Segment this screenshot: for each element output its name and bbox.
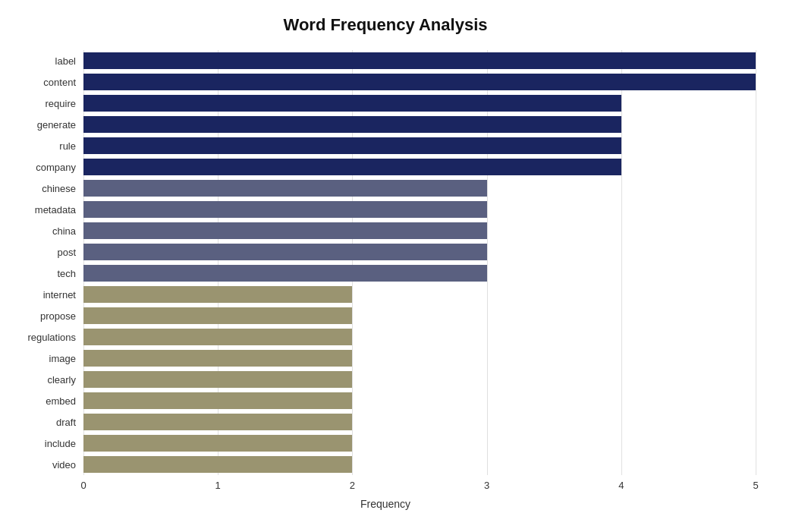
x-tick-label: 4 [618,480,624,491]
bar-row [83,391,756,411]
bar [83,244,487,260]
y-label: generate [15,114,76,135]
bar-row [83,327,756,347]
y-label: require [15,93,76,114]
y-label: internet [15,284,76,305]
bar [83,201,487,218]
y-label: tech [15,263,76,284]
bar-row [83,93,756,113]
x-tick-label: 0 [80,480,86,491]
y-label: china [15,220,76,241]
bar [83,307,352,324]
bar [83,137,621,154]
bar [83,286,352,303]
chart-title: Word Frequency Analysis [15,15,756,35]
chart-area: labelcontentrequiregeneraterulecompanych… [15,50,756,461]
bars-and-grid [83,50,756,475]
y-label: clearly [15,369,76,390]
bar-row [83,433,756,453]
bar [83,329,352,345]
y-label: label [15,50,76,71]
bar-row [83,242,756,262]
y-label: include [15,433,76,454]
bar-row [83,285,756,304]
y-label: regulations [15,326,76,348]
y-labels: labelcontentrequiregeneraterulecompanych… [15,50,83,475]
y-label: draft [15,411,76,433]
bar [83,222,487,239]
bar-row [83,157,756,177]
y-label: image [15,348,76,369]
y-label: embed [15,390,76,411]
bar-row [83,200,756,219]
x-tick-label: 3 [484,480,489,491]
x-axis-title: Frequency [15,498,756,510]
bar [83,95,621,112]
grid-line [756,50,756,475]
bars-section: labelcontentrequiregeneraterulecompanych… [15,50,756,475]
bar [83,180,487,197]
bars-list [83,50,756,475]
bar [83,371,352,388]
bar-row [83,455,756,474]
bar-row [83,136,756,156]
y-label: company [15,156,76,178]
bar [83,265,487,282]
bar-row [83,306,756,326]
chart-container: Word Frequency Analysis labelcontentrequ… [0,0,786,532]
bar-row [83,370,756,389]
bar [83,116,621,133]
bar-row [83,263,756,283]
bar [83,52,756,69]
bar [83,414,352,430]
bar-row [83,221,756,241]
y-label: metadata [15,199,76,220]
bar [83,74,756,90]
bar [83,392,352,409]
y-label: propose [15,305,76,326]
x-tick-label: 2 [350,480,355,491]
bar-row [83,178,756,198]
x-axis-labels: 012345 [83,480,756,495]
y-label: chinese [15,178,76,199]
bar-row [83,115,756,134]
bar-row [83,412,756,432]
x-tick-label: 1 [215,480,221,491]
y-label: rule [15,135,76,156]
bar-row [83,348,756,368]
y-label: video [15,454,76,475]
y-label: post [15,241,76,263]
x-axis-section: 012345 [15,480,756,495]
x-tick-label: 5 [753,480,758,491]
bar [83,159,621,175]
y-label: content [15,71,76,93]
bar [83,456,352,473]
bar-row [83,51,756,71]
bar-row [83,72,756,92]
bar [83,435,352,452]
bar [83,350,352,367]
